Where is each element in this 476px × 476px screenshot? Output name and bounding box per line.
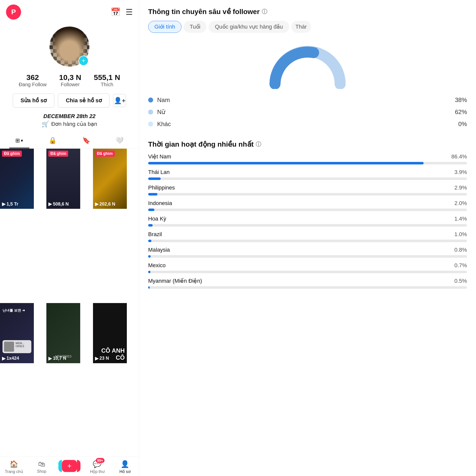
country-pct-1: 3.9% (454, 169, 467, 175)
pinned-badge-2: Đã ghim (48, 151, 68, 157)
order-line[interactable]: 🛒 Đơn hàng của bạn (42, 121, 97, 128)
progress-bg-1 (148, 177, 467, 180)
add-friend-button[interactable]: 👤+ (113, 94, 126, 107)
country-row-6: Malaysia 0.8% (148, 247, 467, 258)
nav-shop[interactable]: 🛍 Shop (28, 460, 56, 474)
country-name-5: Brazil (148, 231, 162, 238)
dropdown-arrow: ▾ (21, 138, 23, 143)
country-row-1: Thái Lan 3.9% (148, 169, 467, 180)
nav-shop-label: Shop (37, 469, 46, 474)
country-name-0: Việt Nam (148, 153, 171, 160)
progress-fill-2 (148, 193, 157, 196)
progress-fill-3 (148, 209, 154, 211)
country-name-1: Thái Lan (148, 169, 170, 175)
edit-profile-button[interactable]: Sửa hồ sơ (13, 93, 55, 108)
filter-dropdown[interactable]: ⊞ ▾ (15, 137, 23, 144)
progress-bg-0 (148, 162, 467, 164)
male-dot (148, 98, 153, 103)
video-item-4[interactable]: 난녀를 보면 ➜ MEM...ORIES ▶1x424 (0, 303, 34, 363)
co-anh-co-text: CÔ ANH CÔ (93, 345, 127, 363)
video-item-1[interactable]: Đã ghim ▶1,5 Tr (0, 149, 34, 209)
progress-bg-6 (148, 255, 467, 258)
activity-section-title: Thời gian hoạt động nhiều nhất ⓘ (148, 140, 467, 148)
female-dot (148, 110, 153, 115)
tab-liked[interactable]: 🤍 (103, 133, 137, 148)
male-pct: 38% (455, 97, 467, 104)
stat-following[interactable]: 362 Đang Follow (19, 73, 47, 87)
other-dot (148, 122, 153, 127)
nav-home-label: Trang chủ (5, 469, 23, 474)
korean-text: 난녀를 보면 ➜ (3, 308, 25, 313)
stat-likes[interactable]: 555,1 N Thích (94, 73, 120, 87)
donut-chart-container (148, 44, 467, 89)
play-count-2: ▶508,6 N (48, 201, 69, 207)
nav-plus[interactable]: + (56, 460, 83, 474)
card-overlay: MEM...ORIES (3, 340, 31, 353)
calendar-icon[interactable]: 📅 (111, 7, 121, 17)
nav-profile[interactable]: 👤 Hồ sơ (111, 460, 139, 474)
country-pct-8: 0.5% (454, 278, 467, 284)
video-item-2[interactable]: Đã ghim ▶508,6 N (46, 149, 80, 209)
progress-bg-3 (148, 209, 467, 211)
following-count: 362 (26, 73, 39, 82)
video-item-3[interactable]: Đã ghim ▶202,6 N (93, 149, 127, 209)
progress-bg-4 (148, 224, 467, 227)
filter-icon: ⊞ (15, 137, 20, 144)
nav-profile-label: Hồ sơ (120, 469, 131, 474)
country-pct-2: 2.9% (454, 184, 467, 191)
tab-saved[interactable]: 🔖 (69, 133, 103, 148)
p-icon: P (6, 5, 21, 20)
progress-bg-7 (148, 271, 467, 273)
plus-icon: + (67, 462, 72, 470)
tab-videos[interactable]: ⊞ ▾ (3, 133, 36, 148)
nav-inbox-label: Hộp thư (90, 469, 105, 474)
video-item-5[interactable]: MEMORIES ▶10,7 N (46, 303, 80, 363)
video-grid: Đã ghim ▶1,5 Tr Đã ghim ▶508,6 N Đã ghim… (0, 149, 139, 457)
country-name-8: Myanmar (Miến Điện) (148, 278, 202, 284)
profile-section: + 362 Đang Follow 10,3 N Follower 555,1 … (0, 24, 139, 133)
follower-tabs: Giới tính Tuổi Quốc gia/khu vực hàng đầu… (148, 21, 467, 33)
progress-fill-6 (148, 255, 151, 258)
share-profile-button[interactable]: Chia sẻ hồ sơ (58, 93, 110, 108)
country-pct-7: 0.7% (454, 262, 467, 269)
stat-followers[interactable]: 10,3 N Follower (59, 73, 81, 87)
info-icon: ⓘ (262, 8, 267, 16)
male-label: Nam (157, 97, 455, 104)
tab-private[interactable]: 🔒 (36, 133, 70, 148)
other-pct: 0% (458, 121, 467, 128)
heart-icon: 🤍 (116, 137, 124, 144)
gender-legend: Nam 38% Nữ 62% Khác 0% (148, 97, 467, 128)
ftab-country[interactable]: Quốc gia/khu vực hàng đầu (209, 21, 289, 33)
ftab-age[interactable]: Tuổi (183, 21, 207, 33)
country-name-3: Indonesia (148, 200, 172, 207)
countries-list: Việt Nam 86.4% Thái Lan 3.9% Philippines… (148, 153, 467, 289)
country-name-6: Malaysia (148, 247, 170, 253)
followers-label: Follower (61, 82, 80, 87)
action-buttons: Sửa hồ sơ Chia sẻ hồ sơ 👤+ (13, 93, 126, 108)
menu-icon[interactable]: ☰ (126, 7, 133, 17)
nav-inbox[interactable]: 💬 99+ Hộp thư (83, 460, 111, 474)
shop-icon: 🛍 (38, 460, 45, 468)
video-item-6[interactable]: CÔ ANH CÔ ▶23 N (93, 303, 127, 363)
progress-fill-0 (148, 162, 424, 164)
stats-row: 362 Đang Follow 10,3 N Follower 555,1 N … (19, 73, 120, 87)
nav-home[interactable]: 🏠 Trang chủ (0, 460, 28, 474)
order-label: Đơn hàng của bạn (51, 121, 97, 127)
progress-fill-8 (148, 286, 150, 289)
nav-plus-button[interactable]: + (62, 460, 77, 472)
pinned-badge-3: Đã ghim (95, 151, 115, 157)
ftab-thar[interactable]: Thár (291, 21, 311, 33)
legend-row-other: Khác 0% (148, 121, 467, 128)
ftab-gender[interactable]: Giới tính (148, 21, 181, 33)
add-friend-icon: 👤+ (114, 97, 126, 105)
avatar-add-button[interactable]: + (78, 56, 88, 66)
progress-bg-8 (148, 286, 467, 289)
progress-fill-7 (148, 271, 150, 273)
play-count-1: ▶1,5 Tr (2, 201, 18, 207)
country-row-3: Indonesia 2.0% (148, 200, 467, 211)
followers-count: 10,3 N (59, 73, 81, 82)
follower-section-title: Thông tin chuyên sâu về follower ⓘ (148, 8, 467, 16)
top-bar: P 📅 ☰ (0, 0, 139, 24)
inbox-badge-count: 99+ (96, 458, 105, 463)
lock-icon: 🔒 (49, 137, 57, 144)
